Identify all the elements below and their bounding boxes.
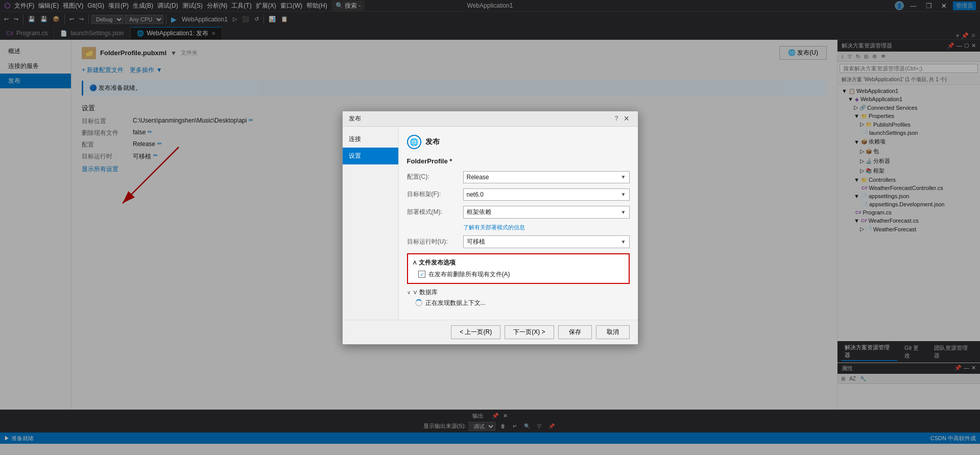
db-section-title: ∨ 数据库 [413, 288, 438, 297]
file-publish-options-box: ∧ 文件发布选项 ✓ 在发布前删除所有现有文件(A) [407, 253, 630, 284]
modal-cancel-btn[interactable]: 取消 [596, 325, 630, 339]
learn-more-link[interactable]: 了解有关部署模式的信息 [463, 224, 630, 231]
loading-row: 正在发现数据上下文... [415, 299, 630, 307]
modal-next-btn[interactable]: 下一页(X) > [505, 325, 554, 339]
modal-prev-btn[interactable]: < 上一页(R) [451, 325, 500, 339]
modal-section-title: 🌐 发布 [407, 135, 630, 149]
form-label-target-runtime: 目标运行时(U): [407, 237, 463, 246]
modal-help-btn[interactable]: ? [615, 114, 618, 123]
form-row-config: 配置(C): Release ▼ [407, 171, 630, 183]
form-control-config[interactable]: Release ▼ [463, 171, 630, 183]
options-box-title[interactable]: ∧ 文件发布选项 [412, 258, 625, 267]
options-box-item-delete: ✓ 在发布前删除所有现有文件(A) [418, 270, 625, 279]
modal-nav: 连接 设置 [343, 127, 399, 320]
config-dropdown-arrow: ▼ [621, 174, 626, 180]
database-section: ∨ ∨ 数据库 正在发现数据上下文... [407, 288, 630, 307]
form-label-framework: 目标框架(F): [407, 190, 463, 199]
form-label-config: 配置(C): [407, 173, 463, 181]
modal-nav-settings[interactable]: 设置 [343, 148, 398, 164]
form-label-deploy-mode: 部署模式(M): [407, 208, 463, 217]
loading-spinner [415, 299, 422, 306]
modal-nav-connect[interactable]: 连接 [343, 131, 398, 148]
modal-profile-title: FolderProfile * [407, 157, 630, 165]
delete-files-checkbox[interactable]: ✓ [418, 271, 425, 278]
form-control-framework[interactable]: net6.0 ▼ [463, 188, 630, 201]
modal-title-text: 发布 [349, 114, 361, 123]
form-row-target-runtime: 目标运行时(U): 可移植 ▼ [407, 235, 630, 248]
modal-overlay: 发布 ? ✕ 连接 设置 🌐 发布 FolderProfile * [0, 0, 980, 455]
loading-text: 正在发现数据上下文... [425, 299, 486, 307]
form-row-framework: 目标框架(F): net6.0 ▼ [407, 188, 630, 201]
db-section-header[interactable]: ∨ ∨ 数据库 [407, 288, 630, 297]
form-row-deploy-mode: 部署模式(M): 框架依赖 ▼ [407, 206, 630, 219]
db-section-chevron: ∨ [407, 290, 411, 295]
modal-footer: < 上一页(R) 下一页(X) > 保存 取消 [343, 320, 638, 344]
modal-content: 🌐 发布 FolderProfile * 配置(C): Release ▼ 目标… [399, 127, 638, 320]
modal-globe-icon: 🌐 [407, 135, 421, 149]
deploy-mode-dropdown-arrow: ▼ [621, 209, 626, 215]
modal-titlebar: 发布 ? ✕ [343, 111, 638, 127]
target-runtime-dropdown-arrow: ▼ [621, 239, 626, 245]
modal-body: 连接 设置 🌐 发布 FolderProfile * 配置(C): Releas… [343, 127, 638, 320]
modal-close-btn[interactable]: ✕ [622, 114, 632, 123]
framework-dropdown-arrow: ▼ [621, 191, 626, 197]
form-control-deploy-mode[interactable]: 框架依赖 ▼ [463, 206, 630, 219]
delete-files-label: 在发布前删除所有现有文件(A) [428, 270, 510, 279]
modal-dialog: 发布 ? ✕ 连接 设置 🌐 发布 FolderProfile * [342, 111, 638, 345]
form-control-target-runtime[interactable]: 可移植 ▼ [463, 235, 630, 248]
modal-save-btn[interactable]: 保存 [558, 325, 592, 339]
